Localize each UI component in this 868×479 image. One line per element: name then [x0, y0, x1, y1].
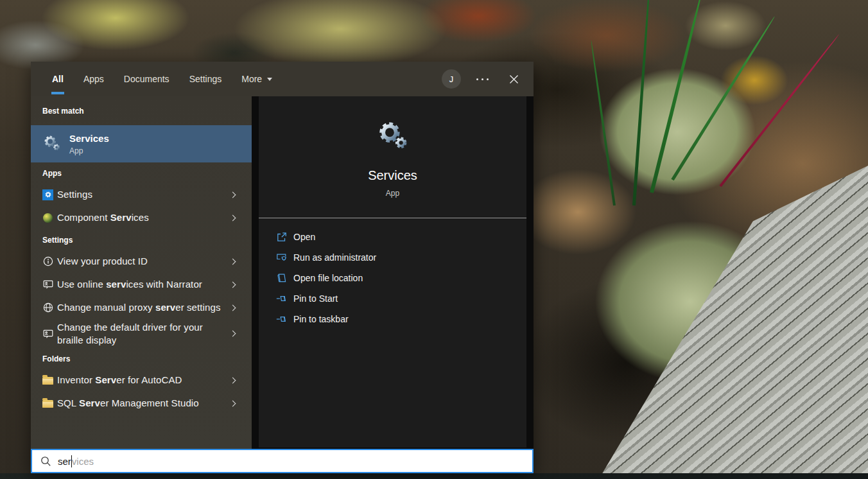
tab-documents-label: Documents: [124, 74, 169, 84]
grass-blade: [632, 0, 652, 205]
action-run-as-administrator[interactable]: Run as administrator: [259, 247, 526, 268]
tab-apps-label: Apps: [83, 74, 104, 84]
narrator-monitor-icon: [42, 279, 53, 290]
component-services-icon: [42, 213, 53, 223]
close-icon: [509, 74, 519, 84]
result-component-services[interactable]: Component Services: [31, 206, 252, 229]
search-typed-text: ser: [58, 456, 71, 467]
folder-icon: [42, 376, 53, 385]
action-open[interactable]: Open: [259, 227, 526, 247]
taskbar-edge: [0, 473, 868, 479]
tab-more-label: More: [241, 74, 262, 84]
search-text: services: [58, 455, 94, 467]
result-view-product-id[interactable]: View your product ID: [31, 250, 252, 273]
action-label: Run as administrator: [293, 252, 376, 263]
windows-search-panel: All Apps Documents Settings More J Bes: [31, 62, 534, 473]
services-gears-icon-large: [376, 119, 410, 154]
section-title-settings: Settings: [31, 229, 252, 250]
tab-apps[interactable]: Apps: [76, 62, 111, 96]
chevron-right-icon: [230, 304, 236, 311]
result-label: Settings: [57, 188, 221, 201]
chevron-right-icon: [230, 281, 236, 288]
search-filter-tabs: All Apps Documents Settings More J: [31, 62, 534, 96]
search-box[interactable]: services: [31, 449, 534, 473]
result-label: SQL Server Management Studio: [57, 397, 221, 410]
action-open-file-location[interactable]: Open file location: [259, 268, 526, 288]
preview-app-name: Services: [368, 168, 417, 183]
result-label: Use online services with Narrator: [57, 278, 221, 291]
chevron-right-icon: [230, 191, 236, 198]
preview-app-type: App: [386, 189, 399, 198]
tab-all[interactable]: All: [45, 62, 71, 96]
result-label: Inventor Server for AutoCAD: [57, 374, 221, 387]
result-folder-sql-server[interactable]: SQL Server Management Studio: [31, 392, 252, 415]
preview-pane-frame: Services App Open: [252, 96, 534, 449]
result-braille-display-driver[interactable]: Change the default driver for your brail…: [31, 319, 252, 348]
desktop: All Apps Documents Settings More J Bes: [0, 0, 868, 479]
chevron-down-icon: [267, 78, 272, 81]
ellipsis-icon: [476, 78, 478, 80]
result-proxy-server-settings[interactable]: Change manual proxy server settings: [31, 296, 252, 319]
search-results-pane: Best match Services App: [31, 96, 252, 449]
action-label: Pin to Start: [293, 293, 338, 304]
chevron-right-icon: [230, 331, 236, 337]
tab-settings-label: Settings: [189, 74, 222, 84]
preview-pane: Services App Open: [259, 96, 526, 448]
result-folder-inventor-server[interactable]: Inventor Server for AutoCAD: [31, 369, 252, 392]
services-gears-icon: [42, 134, 62, 153]
folder-icon: [42, 399, 53, 408]
tab-more[interactable]: More: [234, 62, 279, 96]
action-pin-to-taskbar[interactable]: Pin to taskbar: [259, 309, 526, 329]
header-spacer: [285, 62, 442, 96]
globe-icon: [42, 302, 53, 313]
result-label: Change manual proxy server settings: [57, 301, 221, 314]
chevron-right-icon: [230, 214, 236, 221]
action-list: Open Run as administrator: [259, 227, 526, 329]
user-avatar[interactable]: J: [442, 69, 461, 89]
search-icon: [40, 456, 51, 467]
info-icon: [42, 256, 53, 266]
tab-documents[interactable]: Documents: [117, 62, 177, 96]
chevron-right-icon: [230, 400, 236, 406]
search-suggestion-text: vices: [72, 456, 94, 467]
tab-all-label: All: [52, 74, 64, 84]
settings-app-icon: [42, 189, 53, 200]
grass-blade: [671, 15, 776, 180]
pin-icon: [276, 293, 287, 304]
action-label: Pin to taskbar: [293, 314, 349, 324]
section-title-best-match: Best match: [31, 104, 252, 121]
best-match-result-services[interactable]: Services App: [31, 125, 252, 162]
chevron-right-icon: [230, 258, 236, 265]
close-button[interactable]: [505, 71, 522, 87]
braille-display-monitor-icon: [42, 329, 53, 339]
preview-divider: [259, 218, 526, 218]
driftwood-texture: [508, 166, 868, 474]
section-title-folders: Folders: [31, 348, 252, 369]
run-as-admin-icon: [276, 252, 287, 263]
grass-blade: [590, 40, 616, 205]
result-label: Change the default driver for your brail…: [57, 321, 221, 346]
best-match-type: App: [69, 146, 109, 155]
grass-blade-red: [719, 33, 840, 187]
pin-icon: [276, 314, 287, 324]
result-label: Component Services: [57, 211, 221, 224]
best-match-name: Services: [69, 133, 109, 144]
result-label: View your product ID: [57, 255, 221, 268]
open-icon: [276, 232, 287, 242]
section-title-apps: Apps: [31, 162, 252, 183]
result-narrator-online-services[interactable]: Use online services with Narrator: [31, 273, 252, 296]
action-label: Open file location: [293, 273, 363, 283]
grass-blade: [650, 0, 705, 193]
tab-settings[interactable]: Settings: [182, 62, 229, 96]
action-label: Open: [293, 232, 315, 242]
chevron-right-icon: [230, 377, 236, 383]
more-options-button[interactable]: [476, 78, 489, 80]
file-location-icon: [276, 273, 287, 283]
result-settings-app[interactable]: Settings: [31, 183, 252, 206]
action-pin-to-start[interactable]: Pin to Start: [259, 288, 526, 309]
